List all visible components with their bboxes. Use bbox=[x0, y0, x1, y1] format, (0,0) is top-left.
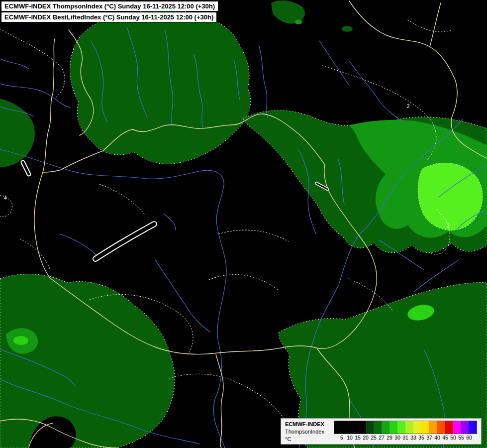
legend-tick-label: 33 bbox=[410, 435, 416, 441]
legend-panel: ECMWF-INDEX ThompsonIndex °C 51015202527… bbox=[281, 418, 482, 445]
legend-color-cell bbox=[350, 421, 358, 434]
legend-color-cell bbox=[374, 421, 382, 434]
legend-tick-label: 25 bbox=[371, 435, 377, 441]
legend-color-cell bbox=[334, 421, 342, 434]
legend-color-cell bbox=[461, 421, 469, 434]
legend-tick-label: 55 bbox=[458, 435, 464, 441]
contour-label: 2 bbox=[407, 104, 410, 109]
legend-color-cell bbox=[437, 421, 445, 434]
legend-color-cell bbox=[366, 421, 374, 434]
legend-color-cell bbox=[358, 421, 366, 434]
legend-color-cell bbox=[390, 421, 397, 434]
contour-label: 4 bbox=[4, 195, 7, 201]
legend-title: ECMWF-INDEX bbox=[285, 421, 329, 428]
legend-tick-label: 5 bbox=[340, 435, 343, 441]
legend-tick-label: 40 bbox=[434, 435, 440, 441]
legend-tick-label: 37 bbox=[426, 435, 432, 441]
legend-tick-label: 50 bbox=[450, 435, 456, 441]
legend-tick-label: 10 bbox=[347, 435, 353, 441]
legend-color-cell bbox=[453, 421, 461, 434]
legend-color-cell bbox=[469, 421, 477, 434]
legend-color-cell bbox=[421, 421, 429, 434]
legend-color-cell bbox=[397, 421, 405, 434]
legend-tick-label: 60 bbox=[466, 435, 472, 441]
index-spot-southwest-core bbox=[13, 336, 28, 345]
index-spot-top-right bbox=[342, 26, 353, 32]
legend-tick-label: 30 bbox=[394, 435, 400, 441]
legend-tick-label: 31 bbox=[402, 435, 408, 441]
legend-ticks: 510152025272930313335374045505560 bbox=[334, 434, 477, 442]
legend-color-cell bbox=[445, 421, 453, 434]
legend-tick-label: 20 bbox=[363, 435, 369, 441]
title-best-lifted-index: ECMWF-INDEX BestLiftedIndex (°C) Sunday … bbox=[1, 12, 217, 22]
legend-tick-label: 15 bbox=[355, 435, 361, 441]
legend-text-block: ECMWF-INDEX ThompsonIndex °C bbox=[285, 421, 329, 443]
legend-tick-label: 27 bbox=[379, 435, 385, 441]
index-region-northwest bbox=[70, 10, 251, 164]
title-thompson-index: ECMWF-INDEX ThompsonIndex (°C) Sunday 16… bbox=[1, 1, 218, 11]
legend-colorbar bbox=[334, 421, 477, 434]
legend-tick-label: 35 bbox=[418, 435, 424, 441]
contour-label: 2 bbox=[447, 223, 450, 228]
legend-tick-label: 45 bbox=[442, 435, 448, 441]
index-spot-top bbox=[295, 19, 302, 24]
legend-color-cell bbox=[342, 421, 350, 434]
legend-color-cell bbox=[382, 421, 390, 434]
map-canvas: 2 4 2 bbox=[0, 0, 487, 448]
ecmwf-weather-map: 2 4 2 ECMWF-INDEX ThompsonIndex (°C) Sun… bbox=[0, 0, 487, 448]
map-title-block: ECMWF-INDEX ThompsonIndex (°C) Sunday 16… bbox=[1, 1, 218, 23]
legend-unit: °C bbox=[285, 436, 329, 443]
legend-tick-label: 29 bbox=[387, 435, 392, 441]
legend-color-cell bbox=[405, 421, 413, 434]
legend-colorbar-wrap: 510152025272930313335374045505560 bbox=[334, 421, 477, 442]
legend-color-cell bbox=[413, 421, 421, 434]
legend-subtitle: ThompsonIndex bbox=[285, 428, 329, 436]
legend-color-cell bbox=[429, 421, 437, 434]
